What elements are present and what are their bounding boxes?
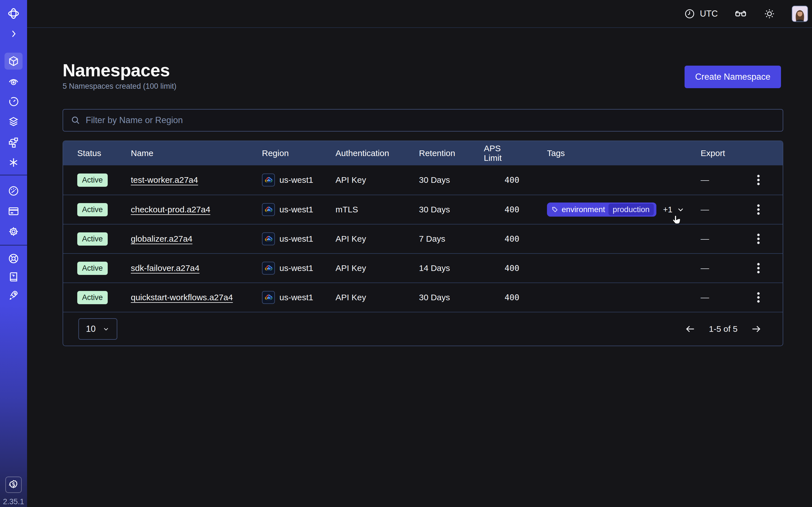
deployments-branch-icon	[8, 136, 19, 148]
user-avatar[interactable]	[792, 6, 808, 22]
nexus-asterisk-icon	[8, 157, 19, 168]
sidebar-item-settings[interactable]	[4, 223, 22, 240]
col-header-status: Status	[77, 149, 131, 158]
region-label: us-west1	[280, 263, 313, 273]
support-lifebuoy-icon	[8, 252, 19, 265]
labs-button[interactable]	[734, 7, 747, 20]
timezone-label: UTC	[700, 9, 718, 19]
topbar: UTC	[27, 0, 812, 28]
sidebar-item-nexus[interactable]	[4, 154, 22, 171]
export-value: —	[701, 234, 741, 244]
tag-key: environment	[562, 205, 605, 214]
sidebar-divider	[0, 175, 27, 175]
gcp-region-icon	[262, 173, 275, 186]
region-label: us-west1	[280, 234, 313, 244]
sidebar-item-usage[interactable]	[4, 182, 22, 199]
tag-icon	[552, 206, 558, 213]
page-title: Namespaces	[63, 60, 170, 80]
namespace-link[interactable]: checkout-prod.a27a4	[131, 205, 210, 214]
sun-icon	[763, 8, 775, 20]
page-subtitle: 5 Namespaces created (100 limit)	[63, 82, 176, 91]
retention-value: 30 Days	[419, 175, 484, 185]
search-icon	[70, 115, 81, 125]
sidebar-divider	[0, 245, 27, 245]
pagination-range: 1-5 of 5	[709, 324, 738, 334]
tags-expand-chevron-icon[interactable]	[676, 205, 685, 214]
gcp-region-icon	[262, 203, 275, 216]
retention-value: 7 Days	[419, 234, 484, 244]
getting-started-rocket-icon	[8, 289, 19, 301]
row-menu-kebab-icon[interactable]	[753, 231, 764, 247]
auth-value: API Key	[336, 175, 419, 185]
namespace-link[interactable]: globalizer.a27a4	[131, 234, 193, 243]
table-row: Active checkout-prod.a27a4	[63, 194, 783, 224]
aps-limit-value: 400	[505, 175, 519, 185]
create-namespace-button[interactable]: Create Namespace	[684, 66, 781, 88]
sidebar-item-support[interactable]	[4, 250, 22, 267]
chevron-down-icon	[102, 325, 110, 333]
sidebar-item-monitoring[interactable]	[4, 73, 22, 90]
table-footer: 10 1-5 of 5	[63, 312, 783, 346]
sidebar-expand-chevron-icon[interactable]	[4, 25, 22, 42]
namespace-link[interactable]: sdk-failover.a27a4	[131, 263, 200, 273]
sidebar-item-schedules[interactable]	[4, 93, 22, 110]
tag-value: production	[608, 204, 654, 216]
table-row: Active test-worker.a27a4	[63, 165, 783, 194]
auth-value: mTLS	[336, 205, 419, 214]
filter-input[interactable]	[86, 115, 775, 125]
theme-toggle-button[interactable]	[763, 8, 775, 20]
region-label: us-west1	[280, 205, 313, 214]
auth-value: API Key	[336, 263, 419, 273]
table-body: Active test-worker.a27a4	[63, 165, 783, 312]
sidebar-item-billing[interactable]	[4, 203, 22, 220]
export-value: —	[701, 293, 741, 302]
sidebar-item-getting-started[interactable]	[4, 286, 22, 303]
row-menu-kebab-icon[interactable]	[753, 172, 764, 188]
table-row: Active globalizer.a27a4	[63, 224, 783, 253]
pagination: 1-5 of 5	[684, 323, 762, 335]
prev-page-arrow-icon[interactable]	[684, 323, 696, 335]
gcp-region-icon	[262, 232, 275, 245]
status-badge: Active	[77, 291, 108, 304]
clock-icon	[684, 8, 695, 19]
sidebar-item-docs[interactable]	[4, 269, 22, 285]
sidebar-item-deployments[interactable]	[4, 134, 22, 151]
aps-limit-value: 400	[505, 263, 519, 273]
col-header-tags: Tags	[519, 149, 701, 158]
region-label: us-west1	[280, 175, 313, 185]
status-badge: Active	[77, 232, 108, 245]
pricing-dollar-badge-icon[interactable]	[5, 476, 22, 493]
gcp-region-icon	[262, 262, 275, 275]
aps-limit-value: 400	[505, 205, 519, 214]
tags-more-count: +1	[663, 205, 672, 214]
timezone-button[interactable]: UTC	[684, 8, 718, 19]
page-size-select[interactable]: 10	[79, 318, 117, 340]
usage-gauge-icon	[8, 185, 19, 196]
batch-layers-icon	[8, 116, 19, 128]
namespace-link[interactable]: test-worker.a27a4	[131, 175, 198, 184]
table-row: Active quickstart-workflows.a27a4	[63, 283, 783, 312]
namespace-link[interactable]: quickstart-workflows.a27a4	[131, 293, 233, 302]
status-badge: Active	[77, 262, 108, 275]
col-header-export: Export	[701, 149, 741, 158]
monitoring-eye-icon	[8, 75, 19, 87]
billing-card-icon	[8, 205, 19, 217]
row-menu-kebab-icon[interactable]	[753, 202, 764, 217]
sidebar-item-namespaces[interactable]	[4, 53, 22, 69]
row-menu-kebab-icon[interactable]	[753, 290, 764, 305]
settings-gear-icon	[8, 226, 19, 237]
sidebar-item-batch[interactable]	[4, 114, 22, 130]
region-label: us-west1	[280, 293, 313, 302]
aps-limit-value: 400	[505, 293, 519, 302]
col-header-name: Name	[131, 149, 262, 158]
export-value: —	[701, 263, 741, 273]
gcp-region-icon	[262, 291, 275, 304]
filter-bar	[63, 109, 783, 131]
col-header-authentication: Authentication	[336, 149, 419, 158]
next-page-arrow-icon[interactable]	[751, 323, 762, 335]
row-menu-kebab-icon[interactable]	[753, 260, 764, 276]
sidebar: 2.35.1	[0, 0, 27, 507]
glasses-icon	[734, 7, 747, 20]
tag-pill[interactable]: environment production	[547, 203, 656, 217]
avatar-photo	[792, 6, 808, 21]
